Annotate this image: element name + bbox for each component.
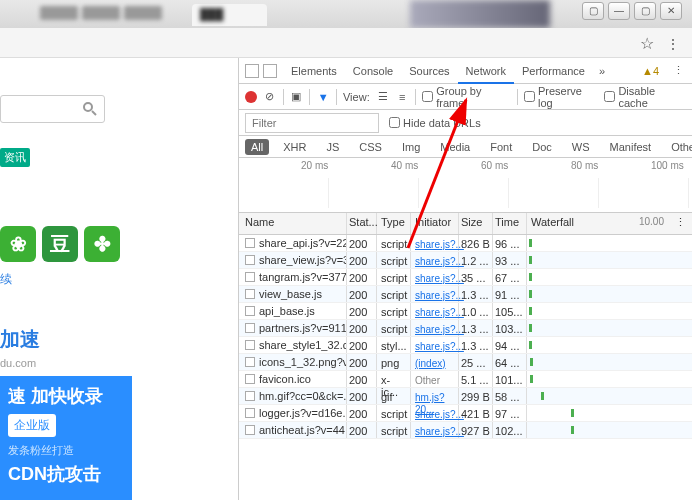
type-filter-js[interactable]: JS: [320, 139, 345, 155]
user-icon[interactable]: ▢: [582, 2, 604, 20]
promo-box-2[interactable]: 速 加快收录 企业版 发条粉丝打造 CDN抗攻击: [0, 376, 132, 500]
table-row[interactable]: share_api.js?v=22...200scriptshare.js?..…: [239, 235, 692, 252]
hide-data-urls-checkbox[interactable]: Hide data URLs: [389, 117, 481, 129]
type-filter-manifest[interactable]: Manifest: [604, 139, 658, 155]
table-row[interactable]: anticheat.js?v=44...200scriptshare.js?..…: [239, 422, 692, 439]
table-row[interactable]: favicon.ico200x-ic...Other5.1 ...101...: [239, 371, 692, 388]
device-icon[interactable]: [263, 64, 277, 78]
request-waterfall: [527, 388, 692, 404]
preserve-log-checkbox[interactable]: Preserve log: [524, 85, 598, 109]
table-row[interactable]: partners.js?v=911...200scriptshare.js?..…: [239, 320, 692, 337]
request-initiator[interactable]: share.js?...: [411, 337, 459, 353]
type-filter-css[interactable]: CSS: [353, 139, 388, 155]
request-initiator[interactable]: share.js?...: [411, 320, 459, 336]
tab-elements[interactable]: Elements: [283, 58, 345, 84]
type-filter-xhr[interactable]: XHR: [277, 139, 312, 155]
view-label: View:: [343, 91, 370, 103]
svg-line-1: [92, 111, 96, 115]
col-type-header[interactable]: Type: [377, 213, 411, 234]
view-waterfall-icon[interactable]: ≡: [395, 90, 409, 104]
filter-input[interactable]: [245, 113, 379, 133]
request-size: 1.3 ...: [459, 320, 493, 336]
table-row[interactable]: tangram.js?v=377...200scriptshare.js?...…: [239, 269, 692, 286]
col-waterfall-header[interactable]: Waterfall 10.00 ⋮: [527, 213, 692, 234]
type-filter-other[interactable]: Other: [665, 139, 692, 155]
request-initiator[interactable]: share.js?...: [411, 269, 459, 285]
table-row[interactable]: share_view.js?v=3...200scriptshare.js?..…: [239, 252, 692, 269]
bookmark-star-icon[interactable]: ☆: [640, 34, 654, 53]
type-filter-media[interactable]: Media: [434, 139, 476, 155]
request-initiator[interactable]: share.js?...: [411, 405, 459, 421]
col-size-header[interactable]: Size: [459, 213, 493, 234]
table-row[interactable]: icons_1_32.png?v...200png(index)25 ...64…: [239, 354, 692, 371]
request-initiator[interactable]: share.js?...: [411, 235, 459, 251]
page-link[interactable]: 续: [0, 271, 12, 288]
request-type: script: [377, 269, 411, 285]
timeline-overview[interactable]: 20 ms 40 ms 60 ms 80 ms 100 ms: [239, 158, 692, 213]
request-status: 200: [347, 371, 377, 387]
table-row[interactable]: logger.js?v=d16e...200scriptshare.js?...…: [239, 405, 692, 422]
dock-controls[interactable]: [239, 64, 283, 78]
network-table-header: Name Stat... Type Initiator Size Time Wa…: [239, 213, 692, 235]
type-filter-font[interactable]: Font: [484, 139, 518, 155]
tab-performance[interactable]: Performance: [514, 58, 593, 84]
minimize-button[interactable]: —: [608, 2, 630, 20]
inspect-icon[interactable]: [245, 64, 259, 78]
request-name: share_style1_32.css: [259, 339, 347, 351]
table-row[interactable]: hm.gif?cc=0&ck=...200gifhm.js?20...299 B…: [239, 388, 692, 405]
disable-cache-checkbox[interactable]: Disable cache: [604, 85, 686, 109]
request-size: 35 ...: [459, 269, 493, 285]
request-size: 1.3 ...: [459, 337, 493, 353]
tabs-overflow-icon[interactable]: »: [593, 65, 611, 77]
col-name-header[interactable]: Name: [239, 213, 347, 234]
request-initiator[interactable]: hm.js?20...: [411, 388, 459, 404]
tab-network[interactable]: Network: [458, 58, 514, 84]
request-waterfall: [527, 337, 692, 353]
waterfall-menu-icon[interactable]: ⋮: [675, 216, 686, 229]
request-initiator[interactable]: Other: [411, 371, 459, 387]
filter-icon[interactable]: ▼: [316, 90, 330, 104]
request-time: 93 ...: [493, 252, 527, 268]
promo1-title: 加速: [0, 326, 110, 353]
type-filter-all[interactable]: All: [245, 139, 269, 155]
request-name: tangram.js?v=377...: [259, 271, 347, 283]
clover-icon[interactable]: ✤: [84, 226, 120, 262]
type-filter-doc[interactable]: Doc: [526, 139, 558, 155]
tab-console[interactable]: Console: [345, 58, 401, 84]
col-time-header[interactable]: Time: [493, 213, 527, 234]
type-filter-ws[interactable]: WS: [566, 139, 596, 155]
browser-menu-icon[interactable]: ⋮: [666, 36, 680, 52]
network-toolbar: ⊘ ▣ ▼ View: ☰ ≡ Group by frame Preserve …: [239, 84, 692, 110]
request-type: script: [377, 320, 411, 336]
table-row[interactable]: share_style1_32.css200styl...share.js?..…: [239, 337, 692, 354]
col-initiator-header[interactable]: Initiator: [411, 213, 459, 234]
maximize-button[interactable]: ▢: [634, 2, 656, 20]
group-by-frame-checkbox[interactable]: Group by frame: [422, 85, 511, 109]
promo1-sub: du.com: [0, 357, 110, 369]
warning-count[interactable]: ▲4: [636, 65, 665, 77]
type-filter-img[interactable]: Img: [396, 139, 426, 155]
request-initiator[interactable]: share.js?...: [411, 303, 459, 319]
table-row[interactable]: api_base.js200scriptshare.js?...1.0 ...1…: [239, 303, 692, 320]
news-badge[interactable]: 资讯: [0, 148, 30, 167]
request-initiator[interactable]: share.js?...: [411, 252, 459, 268]
browser-tab[interactable]: ███: [192, 4, 267, 26]
table-row[interactable]: view_base.js200scriptshare.js?...1.3 ...…: [239, 286, 692, 303]
close-button[interactable]: ✕: [660, 2, 682, 20]
request-type: png: [377, 354, 411, 370]
filter-row: Hide data URLs: [239, 110, 692, 136]
douban-icon[interactable]: 豆: [42, 226, 78, 262]
request-initiator[interactable]: share.js?...: [411, 286, 459, 302]
record-button[interactable]: [245, 91, 257, 103]
request-initiator[interactable]: share.js?...: [411, 422, 459, 438]
wechat-icon[interactable]: ❀: [0, 226, 36, 262]
clear-button[interactable]: ⊘: [263, 90, 277, 104]
view-large-icon[interactable]: ☰: [376, 90, 390, 104]
request-initiator[interactable]: (index): [411, 354, 459, 370]
col-status-header[interactable]: Stat...: [347, 213, 377, 234]
file-icon: [245, 323, 255, 333]
devtools-menu-icon[interactable]: ⋮: [665, 64, 692, 77]
capture-icon[interactable]: ▣: [290, 90, 304, 104]
search-input[interactable]: [0, 95, 105, 123]
tab-sources[interactable]: Sources: [401, 58, 457, 84]
